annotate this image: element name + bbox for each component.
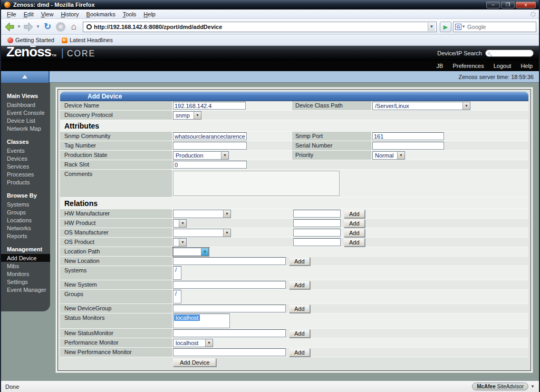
snmp-community-input[interactable] <box>173 132 247 140</box>
new-system-input[interactable] <box>173 281 286 289</box>
web-search-bar[interactable]: G ▼ <box>453 22 536 32</box>
zenoss-header: ZenossTM | CORE Device/IP Search <box>1 46 539 61</box>
chevron-down-icon: ▼ <box>397 152 404 159</box>
back-dropdown-icon[interactable]: ▼ <box>17 24 21 29</box>
sidebar-item-event-console[interactable]: Event Console <box>1 109 50 116</box>
web-search-input[interactable] <box>466 24 540 30</box>
user-initials[interactable]: JB <box>437 63 443 69</box>
sidebar-item-services[interactable]: Services <box>1 162 50 170</box>
systems-listbox[interactable]: / <box>173 266 181 280</box>
restore-button[interactable]: ❐ <box>501 2 515 8</box>
menu-edit[interactable]: Edit <box>20 11 37 18</box>
help-link[interactable]: Help <box>520 63 533 69</box>
add-performance-monitor-button[interactable]: Add <box>289 348 310 357</box>
row-new-devicegroup: New DeviceGroup Add <box>60 304 528 313</box>
forward-dropdown-icon[interactable]: ▼ <box>36 24 40 29</box>
device-class-path-select[interactable]: /Server/Linux▼ <box>372 102 470 110</box>
groups-listbox[interactable]: / <box>173 290 181 303</box>
logout-link[interactable]: Logout <box>494 63 512 69</box>
performance-monitor-label: Performance Monitor <box>60 338 172 347</box>
new-os-manufacturer-input[interactable] <box>293 229 341 237</box>
sidebar-item-event-manager[interactable]: Event Manager <box>1 286 50 293</box>
hw-product-select[interactable]: ▼ <box>173 219 187 228</box>
sidebar-item-groups[interactable]: Groups <box>1 208 50 216</box>
device-name-input[interactable] <box>173 102 246 110</box>
menu-help[interactable]: Help <box>140 11 159 18</box>
serial-number-input[interactable] <box>372 142 444 150</box>
device-ip-search-label: Device/IP Search <box>437 50 482 56</box>
performance-monitor-select[interactable]: localhost▼ <box>173 339 213 347</box>
hw-manufacturer-select[interactable]: ▼ <box>173 210 231 218</box>
url-history-dropdown-icon[interactable]: ▼ <box>428 23 435 31</box>
sidebar-item-dashboard[interactable]: Dashboard <box>1 101 50 109</box>
sidebar-item-events[interactable]: Events <box>1 146 50 154</box>
back-button[interactable] <box>4 21 15 33</box>
add-hw-manufacturer-button[interactable]: Add <box>344 210 365 218</box>
sidebar-item-processes[interactable]: Processes <box>1 170 50 178</box>
new-hw-manufacturer-input[interactable] <box>293 210 341 218</box>
add-system-button[interactable]: Add <box>289 281 310 289</box>
new-statusmonitor-input[interactable] <box>173 329 286 337</box>
rack-slot-input[interactable] <box>173 161 247 169</box>
minimize-button[interactable]: – <box>486 2 500 8</box>
stop-button[interactable]: ✕ <box>55 21 66 33</box>
new-location-input[interactable] <box>173 257 286 265</box>
add-os-product-button[interactable]: Add <box>344 238 365 247</box>
new-performance-monitor-input[interactable] <box>173 348 286 356</box>
location-path-select[interactable]: ▼ <box>173 248 209 256</box>
add-hw-product-button[interactable]: Add <box>344 219 365 228</box>
sidebar-item-networks[interactable]: Networks <box>1 224 50 232</box>
new-hw-product-input[interactable] <box>293 219 341 227</box>
sidebar-item-device-list[interactable]: Device List <box>1 116 50 124</box>
sidebar-item-locations[interactable]: Locations <box>1 216 50 224</box>
sidebar-item-products[interactable]: Products <box>1 178 50 186</box>
sidebar-item-devices[interactable]: Devices <box>1 154 50 162</box>
add-os-manufacturer-button[interactable]: Add <box>344 229 365 237</box>
menu-bookmarks[interactable]: Bookmarks <box>83 11 119 18</box>
bookmark-getting-started[interactable]: Getting Started <box>5 37 56 43</box>
sidebar-item-systems[interactable]: Systems <box>1 200 50 208</box>
sidebar-item-network-map[interactable]: Network Map <box>1 124 50 132</box>
reload-button[interactable]: ↻ <box>42 21 53 33</box>
status-monitor-selected-option[interactable]: localhost <box>174 315 200 321</box>
close-button[interactable]: x <box>516 2 536 8</box>
tag-number-input[interactable] <box>173 142 247 150</box>
mcafee-dropdown-icon[interactable]: ▼ <box>531 384 535 389</box>
status-monitors-listbox[interactable]: localhost <box>173 313 230 328</box>
sidebar-item-mibs[interactable]: Mibs <box>1 262 50 270</box>
discovery-protocol-select[interactable]: snmp▼ <box>173 111 201 120</box>
sidebar-collapse-button[interactable] <box>1 71 50 83</box>
row-device-name: Device Name Device Class Path /Server/Li… <box>60 101 528 111</box>
mcafee-siteadvisor-button[interactable]: McAfee SiteAdvisor ▼ <box>472 383 535 390</box>
sidebar-item-reports[interactable]: Reports <box>1 232 50 240</box>
google-engine-icon[interactable]: G <box>455 24 461 30</box>
search-engine-dropdown-icon[interactable]: ▼ <box>461 24 466 29</box>
production-state-select[interactable]: Production▼ <box>173 151 229 160</box>
comments-textarea[interactable] <box>173 171 340 196</box>
sidebar-item-add-device[interactable]: Add Device <box>1 254 50 262</box>
priority-select[interactable]: Normal▼ <box>372 151 405 160</box>
new-os-product-input[interactable] <box>293 238 341 246</box>
go-button[interactable]: ▶ <box>440 22 451 32</box>
device-ip-search-input[interactable] <box>485 50 534 57</box>
add-device-submit-button[interactable]: Add Device <box>173 358 216 367</box>
add-devicegroup-button[interactable]: Add <box>289 305 310 313</box>
new-devicegroup-input[interactable] <box>173 305 286 312</box>
sidebar-item-settings[interactable]: Settings <box>1 278 50 286</box>
add-statusmonitor-button[interactable]: Add <box>289 329 310 338</box>
menu-history[interactable]: History <box>57 11 82 18</box>
preferences-link[interactable]: Preferences <box>452 63 484 69</box>
bookmark-latest-headlines[interactable]: ᯤ Latest Headlines <box>60 37 115 43</box>
menu-file[interactable]: File <box>3 11 20 18</box>
snmp-port-input[interactable] <box>372 132 444 140</box>
forward-button[interactable] <box>23 21 34 33</box>
add-location-button[interactable]: Add <box>289 257 310 266</box>
url-bar[interactable]: ▼ <box>83 22 437 32</box>
home-button[interactable]: ⌂ <box>68 21 80 33</box>
menu-tools[interactable]: Tools <box>119 11 140 18</box>
url-input[interactable] <box>94 24 428 30</box>
os-manufacturer-select[interactable]: ▼ <box>173 229 231 237</box>
menu-view[interactable]: View <box>37 11 57 18</box>
sidebar-item-monitors[interactable]: Monitors <box>1 270 50 278</box>
os-product-select[interactable]: ▼ <box>173 238 187 247</box>
